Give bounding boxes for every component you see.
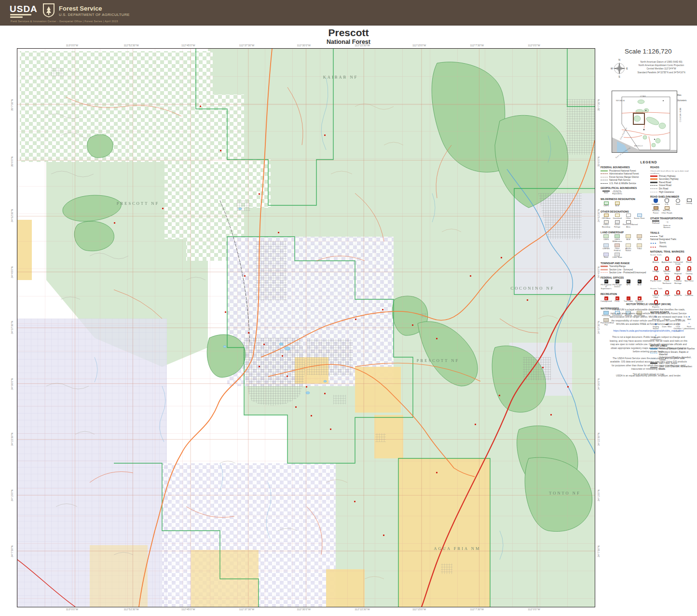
legend-swatch-line (650, 178, 657, 180)
legend-swatch-marker (676, 276, 680, 280)
coordinate-label: 34°52'30"N (597, 209, 600, 223)
legend-swatch-line (650, 182, 657, 183)
mvum-block: MOTOR VEHICLE USE MAP (MVUM) The MVUM is… (609, 297, 688, 380)
legend-swatch-bicon: RD (615, 280, 619, 283)
legend-item: Nez Perce (683, 276, 695, 284)
poi-icon (436, 472, 437, 473)
legend-swatch-line (601, 170, 608, 172)
coordinate-label: 34°45'0"N (597, 267, 600, 278)
legend-item: Tribal (634, 243, 645, 252)
legend-swatch-marker (654, 290, 658, 295)
legend-item: Alaska Native (623, 243, 634, 252)
legend-swatch-chip (626, 243, 631, 247)
poi-icon (324, 393, 326, 394)
coordinate-label: 34°30'0"N (11, 378, 14, 389)
projection-info: North American Datum of 1983 (NAD 83) No… (630, 60, 693, 74)
legend-item: Other State (612, 253, 623, 259)
legend-swatch-line (601, 269, 608, 270)
coordinate-label: 34°37'30"N (597, 321, 600, 334)
poi-icon (200, 106, 201, 107)
legend-swatch-marker (654, 266, 658, 270)
legend-swatch-line (601, 266, 608, 267)
legend-section: TRAILSTrailNational Designated Trails:●●… (650, 231, 697, 248)
latitude-labels-left: 35°7'30"N35°0'0"N34°52'30"N34°45'0"N34°3… (10, 48, 15, 606)
legend-swatch-shield (676, 199, 680, 203)
legend-swatch-dash (601, 174, 608, 174)
legend-swatch-line (650, 175, 657, 177)
poi-icon (470, 275, 471, 277)
legend-item: County (or Equivalent) (612, 190, 623, 195)
legend-item: Appalachian (661, 256, 672, 265)
poi-icon (550, 414, 552, 415)
coordinate-label: 112°52'30"W (123, 608, 138, 611)
legend-item: Grassland (612, 214, 623, 219)
legend-swatch-dots: ●●● (650, 245, 658, 248)
legend-swatch-marker (687, 290, 691, 295)
poi-icon (436, 338, 437, 339)
coordinate-label: 112°15'0"W (412, 44, 426, 47)
forest-name-label: TONTO NF (549, 491, 580, 495)
legend-item: Nat'l For. Other Roads (661, 206, 672, 214)
legend-item: ⊣Gates or Barriers (661, 220, 672, 228)
legend-item: USFS (601, 201, 612, 207)
poi-icon (220, 150, 221, 151)
legend-item: Florida (683, 256, 695, 265)
forest-name-label: KAIBAB NF (323, 75, 358, 80)
legend-item: ●●●Scenic (650, 241, 697, 244)
legend-swatch-bicon: NP (627, 280, 630, 283)
legend-swatch-bicon: FS (604, 280, 608, 283)
legend-item: Research/Natural Area (623, 220, 634, 228)
legend-swatch-marker (665, 266, 669, 270)
coordinate-label: 112°45'0"W (181, 44, 195, 47)
poi-icon (412, 324, 413, 326)
legend-swatch-marker (654, 276, 658, 280)
coordinate-label: 112°37'30"W (239, 608, 254, 611)
forest-name-label: PRESCOTT NF (417, 358, 459, 363)
agency-name: Forest Service (59, 5, 102, 12)
legend-item: Arizona (650, 256, 661, 265)
poi-icon (248, 332, 249, 334)
svg-text:S: S (618, 75, 620, 78)
mvum-link[interactable]: https://www.fs.usda.gov/recreation/progr… (614, 329, 684, 332)
coordinate-label: 112°0'0"W (528, 608, 540, 611)
legend-item: National Forest (650, 206, 661, 214)
legend-item: Indian Boundary (601, 220, 612, 228)
coordinate-label: 112°7'30"W (470, 44, 484, 47)
page-title: Prescott (0, 27, 697, 39)
mvum-paragraph: The USDA Forest Service uses the most cu… (609, 357, 688, 371)
coordinate-label: 112°7'30"W (470, 608, 484, 611)
legend-swatch-marker (676, 266, 680, 270)
legend-item: Ice Age (650, 266, 661, 275)
legend-item: State (672, 199, 683, 205)
scale-text: Scale 1:126,720 (625, 48, 672, 55)
coordinate-label: 112°30'0"W (297, 608, 311, 611)
poi-icon (330, 429, 331, 430)
legend-item: Trail (650, 235, 697, 238)
coordinate-label: 35°0'0"N (11, 156, 14, 166)
legend-swatch-dash (601, 272, 608, 273)
legend-section: NATIONAL TRAIL MARKERSScenic TrailsArizo… (650, 250, 697, 285)
poi-icon (306, 386, 307, 388)
usda-logo-stripes (10, 14, 31, 19)
legend-section: LAND OWNERSHIPUSFSUSFS WildernessBLMNPSU… (601, 231, 647, 260)
legend-item: USFS Wilderness (612, 234, 623, 242)
coordinate-label: 34°37'30"N (11, 321, 14, 334)
legend-item: Gravel Road (650, 184, 697, 187)
legend-swatch-dash (650, 185, 657, 186)
legend-item: U.S. Fish & Wildlife Service (601, 182, 647, 185)
coordinate-label: 34°15'0"N (597, 490, 600, 501)
poi-icon (324, 134, 326, 136)
legend-item: National Park Service (601, 179, 647, 181)
coordinate-label: 34°52'30"N (11, 209, 14, 223)
legend-item: Section Line - Surveyed (601, 268, 647, 271)
coordinate-label: 112°15'0"W (412, 608, 426, 611)
legend-item: County (683, 199, 695, 205)
poi-icon (354, 501, 355, 502)
credit-line: Field Services & Innovation Center - Geo… (11, 20, 118, 23)
legend-item: USFS (601, 234, 612, 242)
poi-icon (311, 415, 312, 416)
department-name: U.S. DEPARTMENT OF AGRICULTURE (59, 13, 130, 17)
poi-icon (499, 395, 500, 396)
forest-name-label: AGUA FRIA NM (434, 546, 481, 551)
legend-section: GEOPOLITICAL BOUNDARIESStateCounty (or E… (601, 187, 647, 196)
